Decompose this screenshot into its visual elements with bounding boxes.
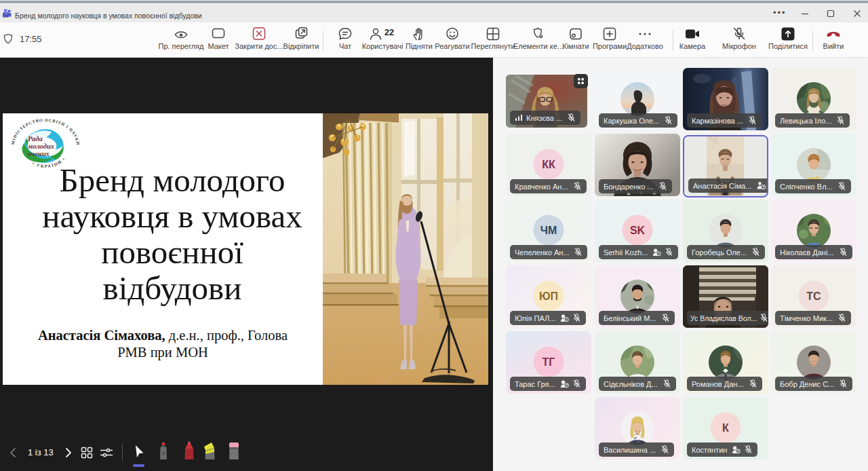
- svg-text:!: !: [658, 252, 660, 256]
- svg-text:Рада: Рада: [28, 135, 43, 143]
- svg-text:?: ?: [565, 383, 567, 388]
- svg-text:!: !: [566, 318, 568, 322]
- svg-text:вчених: вчених: [28, 150, 50, 157]
- svg-text:?: ?: [737, 449, 739, 453]
- svg-text:молодих: молодих: [27, 143, 54, 150]
